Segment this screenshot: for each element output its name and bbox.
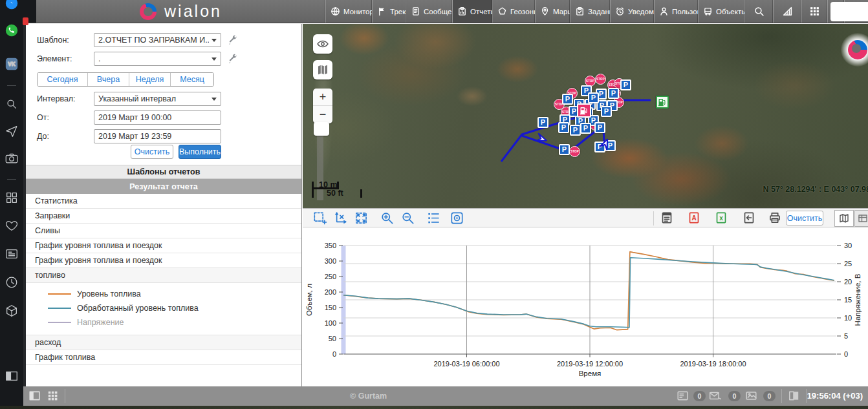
panel-toggle-icon[interactable] [5,369,19,383]
bottom-apps-button[interactable] [47,390,60,403]
parking-marker[interactable]: P [588,92,599,103]
mail-counter-button[interactable] [709,390,722,403]
report-group-after-1[interactable]: График топлива [26,350,301,365]
template-settings-wrench-icon[interactable] [228,35,238,45]
stop-marker[interactable]: STOP [569,146,580,157]
parking-marker[interactable]: P [608,88,619,99]
element-settings-wrench-icon[interactable] [228,54,238,64]
tab-reports[interactable]: Отчеты [453,0,493,23]
print-button[interactable] [768,211,783,225]
panel-border [23,23,26,386]
tab-geofences[interactable]: Геозоны [493,0,536,23]
report-result-header[interactable]: Результат отчета [26,179,301,194]
cube-icon[interactable] [5,304,19,318]
tab-users[interactable]: Пользователи [655,0,699,23]
zoom-select-button[interactable] [313,211,327,225]
legend-item-1[interactable]: Обработанный уровень топлива [26,301,301,315]
stop-marker[interactable]: STOP [595,74,606,85]
map-view-toggle[interactable] [834,210,854,227]
execute-report-button[interactable]: Выполнить [179,145,221,159]
map-view[interactable]: STOPSTOPSTOPSTOPSTOPSTOPSTOPSTOPSTOPSTOP… [303,24,868,208]
clear-chart-button[interactable]: Очистить [786,211,823,225]
map-layers-button[interactable] [313,60,332,79]
tracking-button[interactable] [450,211,464,225]
tab-messages[interactable]: Сообщения [406,0,453,23]
status-bar: © Gurtam 19:56:04 (+03) 000 [23,386,868,406]
report-item-4[interactable]: График уровня топлива и поездок [26,253,301,268]
from-date-input[interactable] [98,113,217,122]
legend-toggle-button[interactable] [427,211,441,225]
zoom-in-button[interactable] [380,211,395,225]
tab-jobs[interactable]: Задания [570,0,611,23]
send-icon[interactable] [5,124,19,138]
news-icon[interactable] [5,247,19,261]
tab-routes[interactable]: Маршруты [536,0,570,23]
parking-marker[interactable]: P [559,144,570,155]
zoom-out-button[interactable] [401,211,415,225]
from-date-field[interactable] [94,110,221,125]
axes-zoom-button[interactable] [334,211,348,225]
report-item-1[interactable]: Заправки [26,209,301,224]
search-icon[interactable] [5,97,19,111]
map-visibility-button[interactable] [313,34,332,54]
report-item-2[interactable]: Сливы [26,224,301,238]
svg-text:5: 5 [844,332,848,340]
nav-ruler-button[interactable] [774,0,802,23]
fuel-station-marker[interactable] [656,96,669,109]
report-item-3[interactable]: График уровня топлива и поездок [26,238,301,253]
clear-report-button[interactable]: Очистить [131,145,173,159]
quick-range-2[interactable]: Неделя [129,73,171,86]
collapse-panel-button[interactable] [28,390,41,403]
book-panel-button[interactable] [788,390,801,403]
map-zoom-slider[interactable] [314,122,329,136]
map-zoom-in-button[interactable]: + [313,89,332,106]
parking-marker[interactable]: P [562,94,573,105]
report-group-fuel[interactable]: топливо [26,268,301,283]
photos-counter-button[interactable] [745,390,758,403]
vk-icon[interactable]: VK [5,57,19,71]
parking-marker[interactable]: P [537,117,548,128]
map-zoom-out-button[interactable]: − [313,106,332,123]
to-date-input[interactable] [98,132,217,141]
interval-select[interactable]: Указанный интервал [94,92,221,106]
nav-search-button[interactable] [745,0,774,23]
quick-range-0[interactable]: Сегодня [38,73,88,86]
fuel-filling-marker[interactable] [577,103,591,118]
drivers-icon [677,390,689,402]
element-select[interactable]: . [94,52,221,66]
camera-icon[interactable] [5,151,19,165]
parking-marker[interactable]: P [594,122,605,133]
report-item-0[interactable]: Статистика [26,194,301,209]
drivers-counter-button[interactable] [677,390,689,403]
report-group-after-0[interactable]: расход [26,335,301,350]
report-file-button[interactable] [660,211,675,225]
parking-marker[interactable]: P [570,125,581,136]
export-pdf-button[interactable]: A [688,211,702,225]
parking-marker[interactable]: P [601,106,612,117]
export-excel-button[interactable]: x [715,211,729,225]
quick-range-1[interactable]: Вчера [88,73,129,86]
tab-units[interactable]: Объекты [699,0,745,23]
legend-item-0[interactable]: Уровень топлива [26,287,301,301]
to-date-field[interactable] [94,129,221,143]
apps-grid-icon[interactable] [5,191,19,205]
report-templates-header[interactable]: Шаблоны отчетов [26,165,301,179]
legend-item-2[interactable]: Напряжение [26,315,301,330]
whatsapp-icon[interactable] [5,23,19,37]
tab-tracks[interactable]: Треки [373,0,406,23]
table-view-toggle[interactable] [854,210,868,227]
parking-marker[interactable]: P [558,122,569,133]
quick-range-3[interactable]: Месяц [171,73,213,86]
export-file-button[interactable] [743,211,757,225]
messenger-icon[interactable] [5,0,19,10]
clock-icon[interactable] [5,275,19,289]
tab-notifications[interactable]: Уведомления [611,0,655,23]
parking-marker[interactable]: P [620,79,631,90]
tab-monitoring[interactable]: Мониторинг [326,0,373,23]
nav-apps-button[interactable] [802,0,828,23]
reset-zoom-button[interactable] [354,211,369,225]
parking-marker[interactable]: P [580,123,591,134]
template-select[interactable]: 2.ОТЧЕТ ПО ЗАПРАВКАМ И... [94,33,221,47]
heart-icon[interactable] [5,218,19,233]
fuel-level-chart[interactable]: 0501001502002503003500510152025302019-03… [303,227,868,386]
